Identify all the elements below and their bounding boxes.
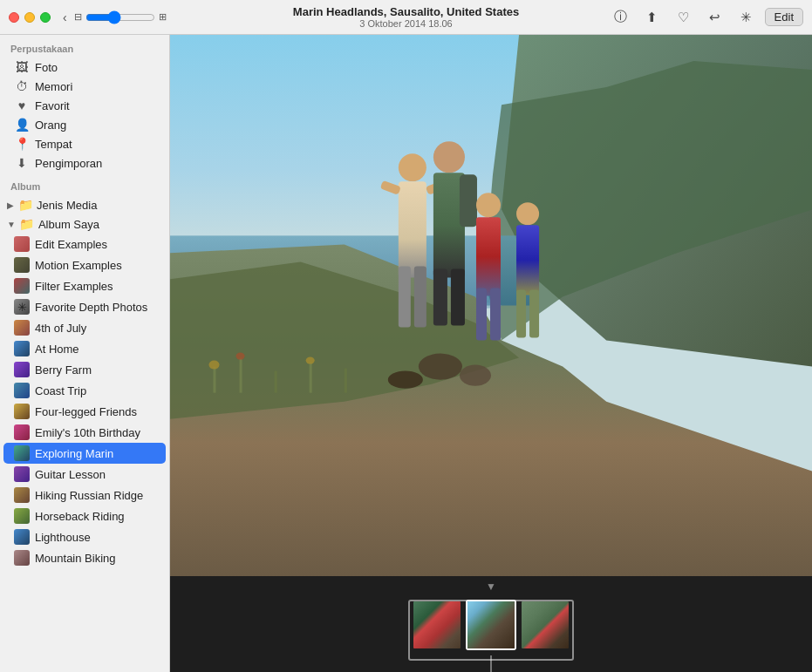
sidebar-item-motion-examples[interactable]: Motion Examples <box>3 255 166 275</box>
zoom-slider[interactable] <box>85 10 155 24</box>
info-icon: ⓘ <box>614 9 627 25</box>
svg-point-21 <box>476 193 501 217</box>
home-label: At Home <box>35 343 79 356</box>
edit-examples-label: Edit Examples <box>35 238 107 251</box>
thumbnail-strip: ▼ <box>170 576 812 672</box>
marin-label: Exploring Marin <box>35 447 113 460</box>
emily-thumb <box>14 424 30 440</box>
svg-rect-12 <box>399 266 411 327</box>
titlebar-left: ‹ ⊟ ⊞ <box>9 10 167 24</box>
svg-point-36 <box>306 357 315 364</box>
album-group-album-saya[interactable]: ▼ 📁 Album Saya <box>0 214 169 234</box>
sidebar-item-lighthouse[interactable]: Lighthouse <box>3 526 166 547</box>
favorite-button[interactable]: ♡ <box>671 6 697 29</box>
edit-examples-thumb <box>14 236 30 252</box>
sidebar-item-horseback[interactable]: Horseback Riding <box>3 506 166 526</box>
sidebar: Perpustakaan 🖼 Foto ⏱ Memori ♥ Favorit 👤… <box>0 35 170 672</box>
sidebar-item-berry-farm[interactable]: Berry Farm <box>3 359 166 380</box>
sidebar-item-favorite-depth[interactable]: ✳ Favorite Depth Photos <box>3 296 166 317</box>
hiking-thumb <box>14 487 30 503</box>
berry-label: Berry Farm <box>35 363 92 377</box>
share-button[interactable]: ⬆ <box>639 6 665 29</box>
svg-rect-18 <box>433 268 447 325</box>
album-group-jenis-media[interactable]: ▶ 📁 Jenis Media <box>0 195 169 214</box>
close-button[interactable] <box>9 12 19 23</box>
sidebar-item-edit-examples[interactable]: Edit Examples <box>3 234 166 255</box>
sidebar-item-pengimporan-label: Pengimporan <box>35 157 102 170</box>
sidebar-item-tempat[interactable]: 📍 Tempat <box>3 134 166 153</box>
sidebar-item-exploring-marin[interactable]: Exploring Marin <box>3 443 166 464</box>
sidebar-item-filter-examples[interactable]: Filter Examples <box>3 275 166 296</box>
nav-back-button[interactable]: ‹ <box>63 10 67 24</box>
sidebar-item-four-legged[interactable]: Four-legged Friends <box>3 401 166 422</box>
svg-point-16 <box>433 141 465 173</box>
thumbnail-3[interactable] <box>520 600 570 650</box>
memori-icon: ⏱ <box>14 79 30 93</box>
titlebar-center: Marin Headlands, Sausalito, United State… <box>293 5 519 29</box>
coast-label: Coast Trip <box>35 384 86 397</box>
album-section-label: Album <box>0 173 169 195</box>
orang-icon: 👤 <box>14 118 30 132</box>
svg-point-34 <box>208 361 219 370</box>
favorite-depth-thumb: ✳ <box>14 299 30 315</box>
sidebar-item-pengimporan[interactable]: ⬇ Pengimporan <box>3 153 166 173</box>
sidebar-item-mountain-biking[interactable]: Mountain Biking <box>3 547 166 568</box>
sidebar-item-foto[interactable]: 🖼 Foto <box>3 58 166 77</box>
sidebar-item-favorit-label: Favorit <box>35 99 70 112</box>
svg-rect-19 <box>451 268 465 325</box>
slider-control: ⊟ ⊞ <box>74 10 167 24</box>
rotate-button[interactable]: ↩ <box>702 6 728 29</box>
chevron-right-icon: ▶ <box>7 200 14 210</box>
album-saya-label: Album Saya <box>38 218 99 231</box>
sidebar-item-memori[interactable]: ⏱ Memori <box>3 77 166 96</box>
favorit-icon: ♥ <box>14 98 30 112</box>
svg-point-35 <box>236 353 245 360</box>
sidebar-item-guitar-lesson[interactable]: Guitar Lesson <box>3 464 166 485</box>
sidebar-item-orang[interactable]: 👤 Orang <box>3 115 166 134</box>
edit-button[interactable]: Edit <box>765 8 803 26</box>
sidebar-item-emilys-birthday[interactable]: Emily's 10th Birthday <box>3 422 166 443</box>
svg-point-9 <box>388 371 423 389</box>
lighthouse-thumb <box>14 529 30 545</box>
svg-rect-11 <box>399 181 426 277</box>
svg-rect-27 <box>516 289 526 337</box>
svg-point-7 <box>419 354 462 380</box>
svg-rect-23 <box>476 288 487 340</box>
motion-examples-label: Motion Examples <box>35 259 122 272</box>
main-content: Perpustakaan 🖼 Foto ⏱ Memori ♥ Favorit 👤… <box>0 35 812 672</box>
foto-icon: 🖼 <box>14 60 30 74</box>
minimize-button[interactable] <box>24 12 35 23</box>
berry-thumb <box>14 362 30 377</box>
adjust-button[interactable]: ✳ <box>734 6 760 29</box>
thumbnails-row <box>408 596 574 654</box>
sidebar-item-hiking-russian[interactable]: Hiking Russian Ridge <box>3 485 166 506</box>
titlebar: ‹ ⊟ ⊞ Marin Headlands, Sausalito, United… <box>0 0 812 35</box>
sidebar-item-4th-july[interactable]: 4th of July <box>3 317 166 338</box>
chevron-down-icon: ▼ <box>7 220 16 229</box>
fourleg-thumb <box>14 404 30 419</box>
sidebar-item-foto-label: Foto <box>35 61 58 74</box>
info-button[interactable]: ⓘ <box>608 6 634 29</box>
filter-examples-label: Filter Examples <box>35 280 113 293</box>
photo-svg <box>170 35 812 576</box>
sidebar-item-coast-trip[interactable]: Coast Trip <box>3 380 166 401</box>
sidebar-item-orang-label: Orang <box>35 119 66 132</box>
sidebar-item-favorit[interactable]: ♥ Favorit <box>3 96 166 115</box>
traffic-lights <box>9 12 51 23</box>
svg-rect-29 <box>213 367 215 393</box>
marin-thumb <box>14 445 30 461</box>
heart-icon: ♡ <box>678 10 689 25</box>
july-thumb <box>14 320 30 336</box>
mountain-label: Mountain Biking <box>35 552 116 565</box>
thumbnail-1[interactable] <box>412 600 462 650</box>
maximize-button[interactable] <box>40 12 51 23</box>
share-icon: ⬆ <box>646 10 658 25</box>
sidebar-item-at-home[interactable]: At Home <box>3 338 166 359</box>
july-label: 4th of July <box>35 322 86 335</box>
emily-label: Emily's 10th Birthday <box>35 426 140 439</box>
main-photo[interactable] <box>170 35 812 576</box>
photo-date: 3 Oktober 2014 18.06 <box>293 18 519 29</box>
strip-arrow-up: ▼ <box>486 580 496 593</box>
photo-title: Marin Headlands, Sausalito, United State… <box>293 5 519 18</box>
thumbnail-2[interactable] <box>466 600 516 650</box>
